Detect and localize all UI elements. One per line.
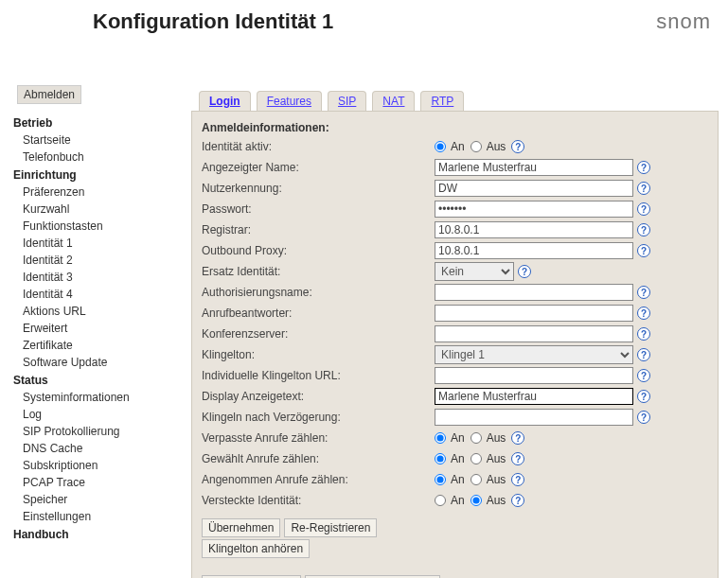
- ersatz_identitaet-select[interactable]: Kein: [435, 262, 514, 281]
- field-label: Passwort:: [202, 202, 435, 216]
- field-label: Konferenzserver:: [202, 327, 435, 341]
- outbound_proxy-input[interactable]: [435, 242, 633, 259]
- anrufbeantworter-input[interactable]: [435, 305, 633, 322]
- field-label: Identität aktiv:: [202, 140, 435, 153]
- field-label: Angezeigter Name:: [202, 161, 435, 174]
- sidebar: Abmelden BetriebStartseiteTelefonbuchEin…: [13, 44, 191, 578]
- angezeigter_name-input[interactable]: [435, 159, 633, 176]
- versteckt-radio-on[interactable]: [435, 495, 446, 506]
- field-label: Display Anzeigetext:: [202, 390, 435, 403]
- form-row-display_anzeigetext: Display Anzeigetext:?: [202, 386, 708, 407]
- help-icon[interactable]: ?: [637, 202, 650, 216]
- angenommen-radio-on[interactable]: [435, 474, 446, 485]
- help-icon[interactable]: ?: [637, 327, 650, 341]
- form-row-ersatz_identitaet: Ersatz Identität:Kein?: [202, 261, 708, 282]
- tab-rtp[interactable]: RTP: [420, 91, 464, 111]
- sidebar-item[interactable]: Präferenzen: [13, 184, 191, 201]
- field-label: Anrufbeantworter:: [202, 307, 435, 320]
- help-icon[interactable]: ?: [637, 286, 650, 299]
- help-icon[interactable]: ?: [637, 244, 650, 257]
- sidebar-item[interactable]: Kurzwahl: [13, 201, 191, 218]
- help-icon[interactable]: ?: [637, 390, 650, 403]
- field-label: Authorisierungsname:: [202, 286, 435, 299]
- field-label: Versteckte Identität:: [202, 494, 435, 507]
- sidebar-item[interactable]: Erweitert: [13, 320, 191, 337]
- radio-label: Aus: [487, 140, 506, 153]
- sidebar-item[interactable]: Startseite: [13, 131, 191, 149]
- help-icon[interactable]: ?: [637, 182, 650, 195]
- klingelton-select[interactable]: Klingel 1: [435, 345, 633, 364]
- form-row-gewaehlt: Gewählt Anrufe zählen:AnAus?: [202, 448, 708, 469]
- nutzerkennung-input[interactable]: [435, 180, 633, 197]
- gewaehlt-radio-off[interactable]: [471, 453, 482, 464]
- help-icon[interactable]: ?: [637, 348, 650, 361]
- form-row-outbound_proxy: Outbound Proxy:?: [202, 240, 708, 261]
- auth_name-input[interactable]: [435, 284, 633, 301]
- sidebar-item[interactable]: Systeminformationen: [13, 389, 191, 406]
- form-row-auth_name: Authorisierungsname:?: [202, 282, 708, 303]
- sidebar-item[interactable]: DNS Cache: [13, 440, 191, 457]
- sidebar-item[interactable]: SIP Protokollierung: [13, 423, 191, 440]
- versteckt-radio-off[interactable]: [471, 495, 482, 506]
- help-icon[interactable]: ?: [637, 161, 650, 174]
- help-icon[interactable]: ?: [511, 452, 524, 465]
- reregistrieren-button[interactable]: Re-Registrieren: [284, 518, 377, 537]
- tab-features[interactable]: Features: [257, 91, 322, 111]
- help-icon[interactable]: ?: [511, 494, 524, 507]
- sidebar-header: Einrichtung: [13, 166, 191, 184]
- field-label: Outbound Proxy:: [202, 244, 435, 257]
- sidebar-item[interactable]: Subskriptionen: [13, 457, 191, 474]
- tab-login[interactable]: Login: [199, 91, 251, 111]
- sidebar-item[interactable]: Identität 2: [13, 252, 191, 269]
- sidebar-item[interactable]: Zertifikate: [13, 337, 191, 354]
- radio-label: An: [451, 452, 465, 465]
- field-label: Individuelle Klingelton URL:: [202, 369, 435, 382]
- brand-logo: snom: [656, 9, 711, 34]
- uebernehmen-button[interactable]: Übernehmen: [202, 518, 280, 537]
- form-row-registrar: Registrar:?: [202, 219, 708, 240]
- ind_klingelton_url-input[interactable]: [435, 367, 633, 384]
- verpasste-radio-off[interactable]: [471, 432, 482, 444]
- field-label: Klingeln nach Verzögerung:: [202, 411, 435, 424]
- sidebar-item[interactable]: Identität 4: [13, 286, 191, 303]
- tab-nat[interactable]: NAT: [372, 91, 415, 111]
- help-icon[interactable]: ?: [511, 431, 524, 445]
- klingeln_verz-input[interactable]: [435, 409, 633, 426]
- display_anzeigetext-input[interactable]: [435, 388, 633, 405]
- logout-button[interactable]: Abmelden: [17, 85, 81, 104]
- form-row-angenommen: Angenommen Anrufe zählen:AnAus?: [202, 469, 708, 490]
- sidebar-item[interactable]: Identität 3: [13, 269, 191, 286]
- help-icon[interactable]: ?: [637, 411, 650, 424]
- help-icon[interactable]: ?: [511, 473, 524, 486]
- gewaehlt-radio-on[interactable]: [435, 453, 446, 464]
- field-label: Angenommen Anrufe zählen:: [202, 473, 435, 486]
- form-row-anrufbeantworter: Anrufbeantworter:?: [202, 303, 708, 324]
- field-label: Klingelton:: [202, 348, 435, 361]
- sidebar-item[interactable]: Telefonbuch: [13, 149, 191, 166]
- sidebar-item[interactable]: Log: [13, 406, 191, 423]
- sidebar-item[interactable]: Speicher: [13, 491, 191, 508]
- help-icon[interactable]: ?: [518, 265, 531, 278]
- identitaet_aktiv-radio-on[interactable]: [435, 141, 446, 152]
- sidebar-item[interactable]: Funktionstasten: [13, 218, 191, 235]
- help-icon[interactable]: ?: [637, 223, 650, 236]
- identitaet_aktiv-radio-off[interactable]: [471, 141, 482, 152]
- sidebar-item[interactable]: Einstellungen: [13, 508, 191, 525]
- klingelton-anhoeren-button[interactable]: Klingelton anhören: [202, 539, 310, 558]
- help-icon[interactable]: ?: [511, 140, 524, 153]
- sidebar-item[interactable]: Identität 1: [13, 235, 191, 252]
- sidebar-item[interactable]: PCAP Trace: [13, 474, 191, 491]
- help-icon[interactable]: ?: [637, 307, 650, 320]
- registrar-input[interactable]: [435, 221, 633, 238]
- radio-label: An: [451, 140, 465, 153]
- main-content: LoginFeaturesSIPNATRTP Anmeldeinformatio…: [191, 44, 728, 578]
- sidebar-item[interactable]: Software Update: [13, 354, 191, 371]
- sidebar-item[interactable]: Aktions URL: [13, 303, 191, 320]
- passwort-input[interactable]: [435, 201, 633, 218]
- verpasste-radio-on[interactable]: [435, 432, 446, 444]
- form-row-klingelton: Klingelton:Klingel 1?: [202, 344, 708, 365]
- konferenzserver-input[interactable]: [435, 325, 633, 342]
- angenommen-radio-off[interactable]: [471, 474, 482, 485]
- help-icon[interactable]: ?: [637, 369, 650, 382]
- tab-sip[interactable]: SIP: [328, 91, 366, 111]
